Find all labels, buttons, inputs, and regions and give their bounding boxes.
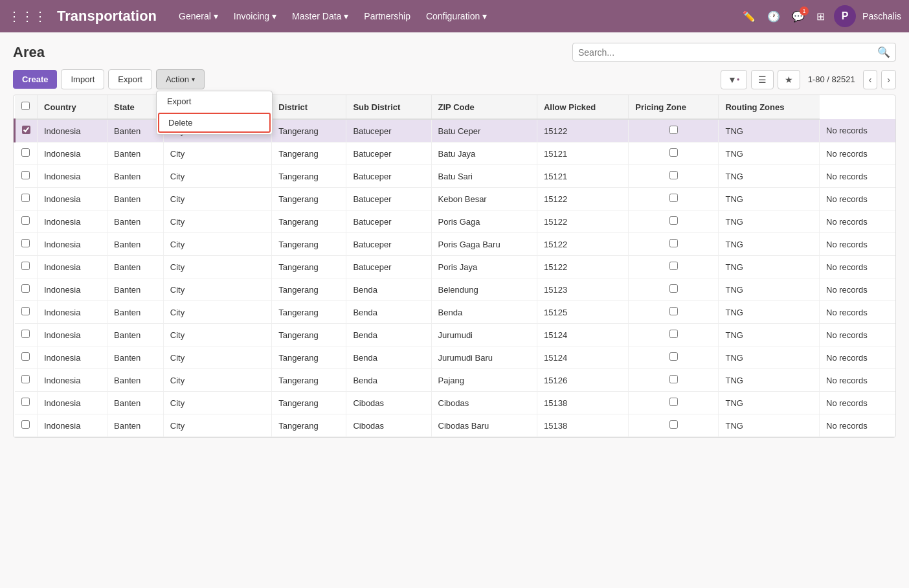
search-icon[interactable]: 🔍 <box>877 46 890 58</box>
allow-picked-checkbox[interactable] <box>669 375 678 383</box>
row-checkbox[interactable] <box>21 330 30 338</box>
cell-city: City <box>163 369 271 392</box>
favorite-button[interactable]: ★ <box>778 70 800 89</box>
row-checkbox[interactable] <box>21 307 30 315</box>
allow-picked-checkbox[interactable] <box>669 262 678 270</box>
cell-allow-picked[interactable] <box>629 188 719 210</box>
row-checkbox-cell[interactable] <box>15 346 38 369</box>
cell-allow-picked[interactable] <box>629 142 719 165</box>
group-button[interactable]: ☰ <box>751 70 774 89</box>
action-export-item[interactable]: Export <box>157 91 272 111</box>
row-checkbox[interactable] <box>21 194 30 202</box>
allow-picked-checkbox[interactable] <box>669 239 678 247</box>
col-routing-zones[interactable]: Routing Zones <box>719 95 820 119</box>
cell-allow-picked[interactable] <box>629 119 719 142</box>
col-country[interactable]: Country <box>38 95 107 119</box>
cell-routing-zones: No records <box>820 233 895 256</box>
allow-picked-checkbox[interactable] <box>669 284 678 293</box>
row-checkbox-cell[interactable] <box>15 369 38 392</box>
action-button[interactable]: Action ▾ <box>156 69 205 89</box>
allow-picked-checkbox[interactable] <box>669 330 678 338</box>
edit-icon-btn[interactable]: ✏️ <box>740 8 758 25</box>
cell-allow-picked[interactable] <box>629 210 719 233</box>
nav-general[interactable]: General ▾ <box>172 7 225 25</box>
row-checkbox-cell[interactable] <box>15 233 38 256</box>
cell-allow-picked[interactable] <box>629 369 719 392</box>
col-allow-picked[interactable]: Allow Picked <box>537 95 628 119</box>
row-checkbox[interactable] <box>21 420 30 429</box>
cell-allow-picked[interactable] <box>629 233 719 256</box>
nav-partnership[interactable]: Partnership <box>357 7 417 25</box>
col-state[interactable]: State <box>107 95 164 119</box>
cell-allow-picked[interactable] <box>629 392 719 414</box>
row-checkbox-cell[interactable] <box>15 188 38 210</box>
user-name[interactable]: Paschalis <box>862 11 901 21</box>
cell-allow-picked[interactable] <box>629 414 719 437</box>
cell-allow-picked[interactable] <box>629 324 719 346</box>
row-checkbox-cell[interactable] <box>15 301 38 324</box>
row-checkbox-cell[interactable] <box>15 256 38 278</box>
filter-icon: ▼ <box>728 74 737 85</box>
cell-zip: 15121 <box>537 142 628 165</box>
avatar[interactable]: P <box>834 5 856 27</box>
pagination-prev[interactable]: ‹ <box>863 70 878 89</box>
filter-button[interactable]: ▼ ● <box>721 70 747 89</box>
row-checkbox-cell[interactable] <box>15 392 38 414</box>
nav-configuration[interactable]: Configuration ▾ <box>420 7 493 25</box>
nav-master-data[interactable]: Master Data ▾ <box>286 7 355 25</box>
import-button[interactable]: Import <box>61 69 104 89</box>
action-delete-item[interactable]: Delete <box>158 113 271 133</box>
cell-zip: 15138 <box>537 414 628 437</box>
nav-invoicing[interactable]: Invoicing ▾ <box>227 7 283 25</box>
col-zip[interactable]: ZIP Code <box>431 95 537 119</box>
apps-icon-btn[interactable]: ⊞ <box>814 8 827 25</box>
row-checkbox-cell[interactable] <box>15 278 38 301</box>
row-checkbox-cell[interactable] <box>15 119 38 142</box>
row-checkbox-cell[interactable] <box>15 414 38 437</box>
cell-allow-picked[interactable] <box>629 346 719 369</box>
col-sub-district[interactable]: Sub District <box>346 95 431 119</box>
allow-picked-checkbox[interactable] <box>669 420 678 429</box>
row-checkbox-cell[interactable] <box>15 165 38 188</box>
allow-picked-checkbox[interactable] <box>669 148 678 157</box>
pagination-next[interactable]: › <box>881 70 896 89</box>
cell-allow-picked[interactable] <box>629 256 719 278</box>
row-checkbox[interactable] <box>21 375 30 383</box>
cell-city: City <box>163 324 271 346</box>
chat-icon-btn[interactable]: 💬 1 <box>789 8 807 25</box>
allow-picked-checkbox[interactable] <box>669 216 678 225</box>
cell-allow-picked[interactable] <box>629 165 719 188</box>
row-checkbox[interactable] <box>21 239 30 247</box>
grid-icon[interactable]: ⋮⋮⋮ <box>8 8 47 24</box>
cell-sub_sub_district: Cibodas <box>431 392 537 414</box>
export-button[interactable]: Export <box>108 69 152 89</box>
row-checkbox-cell[interactable] <box>15 142 38 165</box>
allow-picked-checkbox[interactable] <box>669 352 678 361</box>
col-pricing-zone[interactable]: Pricing Zone <box>629 95 719 119</box>
row-checkbox[interactable] <box>21 398 30 406</box>
allow-picked-checkbox[interactable] <box>669 171 678 179</box>
search-input[interactable] <box>578 47 877 58</box>
create-button[interactable]: Create <box>13 70 57 89</box>
cell-allow-picked[interactable] <box>629 278 719 301</box>
select-all-checkbox[interactable] <box>21 102 30 110</box>
row-checkbox[interactable] <box>22 126 30 134</box>
allow-picked-checkbox[interactable] <box>669 126 678 134</box>
allow-picked-checkbox[interactable] <box>669 194 678 202</box>
cell-allow-picked[interactable] <box>629 301 719 324</box>
row-checkbox[interactable] <box>21 352 30 361</box>
table-row: IndonesiaBantenCityTangerangBatuceperBat… <box>15 165 896 188</box>
row-checkbox-cell[interactable] <box>15 324 38 346</box>
select-all-header[interactable] <box>15 95 38 119</box>
cell-country: Indonesia <box>38 210 107 233</box>
row-checkbox-cell[interactable] <box>15 210 38 233</box>
row-checkbox[interactable] <box>21 262 30 270</box>
allow-picked-checkbox[interactable] <box>669 398 678 406</box>
allow-picked-checkbox[interactable] <box>669 307 678 315</box>
row-checkbox[interactable] <box>21 284 30 293</box>
row-checkbox[interactable] <box>21 216 30 225</box>
row-checkbox[interactable] <box>21 171 30 179</box>
row-checkbox[interactable] <box>21 148 30 157</box>
col-district[interactable]: District <box>272 95 346 119</box>
clock-icon-btn[interactable]: 🕐 <box>765 8 783 25</box>
